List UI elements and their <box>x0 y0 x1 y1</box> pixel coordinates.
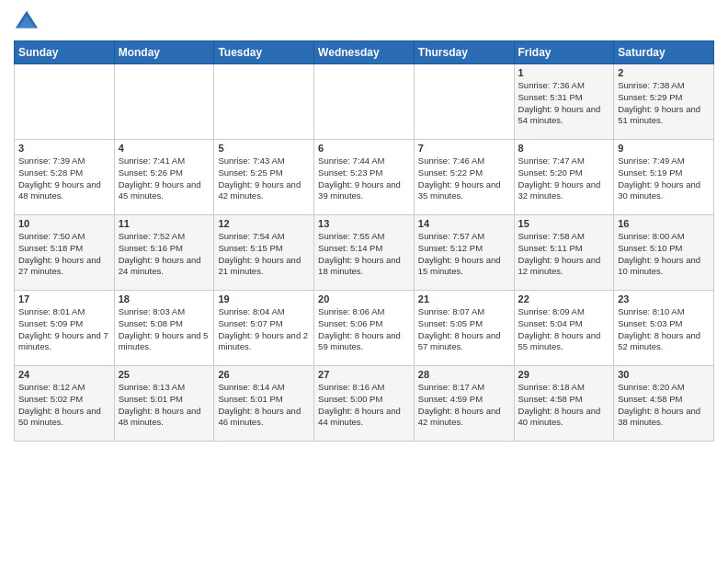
day-info: Sunrise: 8:04 AM Sunset: 5:07 PM Dayligh… <box>218 306 310 353</box>
day-number: 4 <box>119 143 210 154</box>
calendar-cell <box>314 64 415 140</box>
day-number: 25 <box>119 369 210 380</box>
calendar-week-row: 10Sunrise: 7:50 AM Sunset: 5:18 PM Dayli… <box>15 215 714 291</box>
calendar-cell: 3Sunrise: 7:39 AM Sunset: 5:28 PM Daylig… <box>15 140 115 215</box>
calendar-cell: 30Sunrise: 8:20 AM Sunset: 4:58 PM Dayli… <box>614 366 714 442</box>
weekday-header: Thursday <box>414 41 514 64</box>
calendar-cell: 14Sunrise: 7:57 AM Sunset: 5:12 PM Dayli… <box>414 215 514 291</box>
calendar-cell: 26Sunrise: 8:14 AM Sunset: 5:01 PM Dayli… <box>214 366 314 442</box>
day-info: Sunrise: 7:58 AM Sunset: 5:11 PM Dayligh… <box>518 231 610 278</box>
calendar-cell: 2Sunrise: 7:38 AM Sunset: 5:29 PM Daylig… <box>614 64 714 140</box>
day-info: Sunrise: 7:41 AM Sunset: 5:26 PM Dayligh… <box>119 155 210 202</box>
calendar-cell: 8Sunrise: 7:47 AM Sunset: 5:20 PM Daylig… <box>514 140 614 215</box>
day-number: 1 <box>518 67 610 78</box>
day-info: Sunrise: 8:00 AM Sunset: 5:10 PM Dayligh… <box>618 231 710 278</box>
page: SundayMondayTuesdayWednesdayThursdayFrid… <box>0 0 728 563</box>
day-number: 20 <box>318 293 410 304</box>
day-info: Sunrise: 7:46 AM Sunset: 5:22 PM Dayligh… <box>418 155 510 202</box>
weekday-header: Wednesday <box>314 41 415 64</box>
day-info: Sunrise: 7:52 AM Sunset: 5:16 PM Dayligh… <box>119 231 210 278</box>
day-info: Sunrise: 8:01 AM Sunset: 5:09 PM Dayligh… <box>18 306 110 353</box>
calendar-cell: 10Sunrise: 7:50 AM Sunset: 5:18 PM Dayli… <box>15 215 115 291</box>
day-info: Sunrise: 8:12 AM Sunset: 5:02 PM Dayligh… <box>18 382 110 429</box>
day-info: Sunrise: 7:43 AM Sunset: 5:25 PM Dayligh… <box>218 155 310 202</box>
calendar-week-row: 1Sunrise: 7:36 AM Sunset: 5:31 PM Daylig… <box>15 64 714 140</box>
day-info: Sunrise: 8:13 AM Sunset: 5:01 PM Dayligh… <box>119 382 210 429</box>
calendar-cell: 27Sunrise: 8:16 AM Sunset: 5:00 PM Dayli… <box>314 366 415 442</box>
day-number: 12 <box>218 218 310 229</box>
calendar-cell <box>114 64 214 140</box>
calendar-cell: 22Sunrise: 8:09 AM Sunset: 5:04 PM Dayli… <box>514 291 614 366</box>
calendar-cell: 15Sunrise: 7:58 AM Sunset: 5:11 PM Dayli… <box>514 215 614 291</box>
weekday-header: Saturday <box>614 41 714 64</box>
calendar-cell: 9Sunrise: 7:49 AM Sunset: 5:19 PM Daylig… <box>614 140 714 215</box>
weekday-header: Tuesday <box>214 41 314 64</box>
logo-icon <box>14 9 40 35</box>
calendar-cell: 18Sunrise: 8:03 AM Sunset: 5:08 PM Dayli… <box>114 291 214 366</box>
calendar-cell: 1Sunrise: 7:36 AM Sunset: 5:31 PM Daylig… <box>514 64 614 140</box>
calendar-cell: 6Sunrise: 7:44 AM Sunset: 5:23 PM Daylig… <box>314 140 415 215</box>
day-info: Sunrise: 8:03 AM Sunset: 5:08 PM Dayligh… <box>119 306 210 353</box>
day-number: 23 <box>618 293 710 304</box>
header <box>14 9 714 35</box>
calendar-cell: 29Sunrise: 8:18 AM Sunset: 4:58 PM Dayli… <box>514 366 614 442</box>
calendar-cell: 13Sunrise: 7:55 AM Sunset: 5:14 PM Dayli… <box>314 215 415 291</box>
day-number: 5 <box>218 143 310 154</box>
day-number: 8 <box>518 143 610 154</box>
weekday-header: Monday <box>114 41 214 64</box>
day-number: 11 <box>119 218 210 229</box>
calendar-cell: 16Sunrise: 8:00 AM Sunset: 5:10 PM Dayli… <box>614 215 714 291</box>
day-info: Sunrise: 8:20 AM Sunset: 4:58 PM Dayligh… <box>618 382 710 429</box>
day-info: Sunrise: 7:54 AM Sunset: 5:15 PM Dayligh… <box>218 231 310 278</box>
day-info: Sunrise: 7:38 AM Sunset: 5:29 PM Dayligh… <box>618 80 710 127</box>
calendar-week-row: 24Sunrise: 8:12 AM Sunset: 5:02 PM Dayli… <box>15 366 714 442</box>
calendar-week-row: 3Sunrise: 7:39 AM Sunset: 5:28 PM Daylig… <box>15 140 714 215</box>
day-number: 19 <box>218 293 310 304</box>
day-number: 16 <box>618 218 710 229</box>
day-number: 30 <box>618 369 710 380</box>
calendar-cell: 23Sunrise: 8:10 AM Sunset: 5:03 PM Dayli… <box>614 291 714 366</box>
day-info: Sunrise: 7:47 AM Sunset: 5:20 PM Dayligh… <box>518 155 610 202</box>
day-number: 26 <box>218 369 310 380</box>
day-info: Sunrise: 7:57 AM Sunset: 5:12 PM Dayligh… <box>418 231 510 278</box>
day-info: Sunrise: 8:07 AM Sunset: 5:05 PM Dayligh… <box>418 306 510 353</box>
weekday-header-row: SundayMondayTuesdayWednesdayThursdayFrid… <box>15 41 714 64</box>
day-info: Sunrise: 8:14 AM Sunset: 5:01 PM Dayligh… <box>218 382 310 429</box>
calendar-cell: 19Sunrise: 8:04 AM Sunset: 5:07 PM Dayli… <box>214 291 314 366</box>
day-info: Sunrise: 8:09 AM Sunset: 5:04 PM Dayligh… <box>518 306 610 353</box>
calendar: SundayMondayTuesdayWednesdayThursdayFrid… <box>14 40 714 442</box>
calendar-cell: 21Sunrise: 8:07 AM Sunset: 5:05 PM Dayli… <box>414 291 514 366</box>
day-number: 17 <box>18 293 110 304</box>
day-number: 21 <box>418 293 510 304</box>
day-number: 24 <box>18 369 110 380</box>
day-info: Sunrise: 7:44 AM Sunset: 5:23 PM Dayligh… <box>318 155 410 202</box>
day-info: Sunrise: 7:50 AM Sunset: 5:18 PM Dayligh… <box>18 231 110 278</box>
day-number: 7 <box>418 143 510 154</box>
day-number: 6 <box>318 143 410 154</box>
calendar-cell: 17Sunrise: 8:01 AM Sunset: 5:09 PM Dayli… <box>15 291 115 366</box>
day-number: 3 <box>18 143 110 154</box>
day-info: Sunrise: 8:16 AM Sunset: 5:00 PM Dayligh… <box>318 382 410 429</box>
day-number: 13 <box>318 218 410 229</box>
calendar-cell: 12Sunrise: 7:54 AM Sunset: 5:15 PM Dayli… <box>214 215 314 291</box>
day-number: 9 <box>618 143 710 154</box>
day-number: 29 <box>518 369 610 380</box>
calendar-cell: 5Sunrise: 7:43 AM Sunset: 5:25 PM Daylig… <box>214 140 314 215</box>
day-info: Sunrise: 7:49 AM Sunset: 5:19 PM Dayligh… <box>618 155 710 202</box>
day-info: Sunrise: 7:39 AM Sunset: 5:28 PM Dayligh… <box>18 155 110 202</box>
logo <box>14 9 43 35</box>
day-number: 15 <box>518 218 610 229</box>
day-info: Sunrise: 8:18 AM Sunset: 4:58 PM Dayligh… <box>518 382 610 429</box>
calendar-cell <box>414 64 514 140</box>
weekday-header: Friday <box>514 41 614 64</box>
calendar-cell: 4Sunrise: 7:41 AM Sunset: 5:26 PM Daylig… <box>114 140 214 215</box>
day-info: Sunrise: 7:36 AM Sunset: 5:31 PM Dayligh… <box>518 80 610 127</box>
calendar-cell: 24Sunrise: 8:12 AM Sunset: 5:02 PM Dayli… <box>15 366 115 442</box>
weekday-header: Sunday <box>15 41 115 64</box>
calendar-cell: 28Sunrise: 8:17 AM Sunset: 4:59 PM Dayli… <box>414 366 514 442</box>
calendar-cell: 20Sunrise: 8:06 AM Sunset: 5:06 PM Dayli… <box>314 291 415 366</box>
day-info: Sunrise: 7:55 AM Sunset: 5:14 PM Dayligh… <box>318 231 410 278</box>
day-number: 28 <box>418 369 510 380</box>
calendar-cell <box>214 64 314 140</box>
calendar-cell <box>15 64 115 140</box>
